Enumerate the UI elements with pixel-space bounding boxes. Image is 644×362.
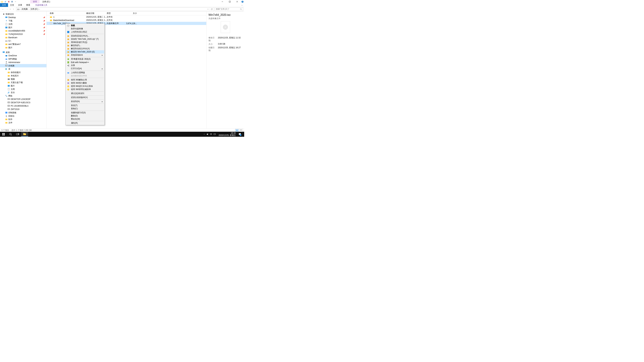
nav-videos[interactable]: 视频	[0, 77, 46, 81]
breadcrumb-bar[interactable]: › 此电脑 › 文档 (E:) ›	[16, 7, 214, 11]
nav-quick-access[interactable]: ★快速访问	[0, 12, 46, 16]
taskbar-explorer-button[interactable]	[21, 132, 28, 137]
nav-user[interactable]: Administrator	[0, 61, 46, 64]
start-button[interactable]	[0, 132, 7, 137]
menu-rename[interactable]: 重命名(M)	[66, 117, 104, 121]
nav-downloads[interactable]: 下载📌	[0, 19, 46, 22]
nav-desktop-root[interactable]: 桌面	[0, 51, 46, 54]
nav-network-pc1[interactable]: DESKTOP-LSSOEDP	[0, 97, 46, 101]
search-input[interactable]: 搜索"文档 (E:)"	[215, 7, 243, 11]
ribbon-tab-share[interactable]: 共享	[16, 3, 24, 7]
col-date[interactable]: 修改日期	[86, 12, 107, 15]
menu-360-trojan-scan[interactable]: 使用 360进行木马云查杀	[66, 85, 104, 88]
nav-wps[interactable]: WPS网盘	[0, 57, 46, 61]
nav-recycle-bin[interactable]: 回收站	[0, 114, 46, 118]
menu-properties[interactable]: 属性(R)	[66, 121, 104, 125]
ribbon-expand-button[interactable]	[240, 4, 244, 7]
menu-notepad-plus-plus[interactable]: Edit with Notepad++	[66, 61, 104, 64]
nav-folder-files[interactable]: 文件	[0, 121, 46, 124]
properties-icon[interactable]	[11, 0, 14, 3]
nav-libraries[interactable]: 库	[0, 67, 46, 71]
ribbon-tab-iso-tools[interactable]: 光盘映像工具	[33, 3, 49, 7]
nav-sky-downloads[interactable]: 天翼云盘下载	[0, 81, 46, 84]
nav-lib-pictures[interactable]: 图片	[0, 84, 46, 87]
nav-saved-pictures[interactable]: 保存的图片	[0, 71, 46, 74]
nav-history-button[interactable]	[9, 7, 12, 11]
nav-pictures[interactable]: 图片📌	[0, 26, 46, 29]
nav-network-pc4[interactable]: ZMT2019	[0, 108, 46, 111]
menu-extract-here[interactable]: 解压到当前文件夹(X)	[66, 47, 104, 50]
view-details-button[interactable]	[235, 129, 239, 132]
nav-folder-excel[interactable]: excel表格制作求和📌	[0, 29, 46, 32]
crumb-drive[interactable]: 文档 (E:)	[30, 8, 39, 10]
nav-up-button[interactable]: ↑	[12, 7, 16, 11]
nav-local-pictures[interactable]: 本机照片	[0, 74, 46, 77]
ime-indicator[interactable]: 中	[210, 133, 212, 136]
nav-folder-win7reinstall[interactable]: win7重装win7	[0, 42, 46, 46]
col-size[interactable]: 大小	[124, 12, 137, 15]
col-name[interactable]: 名称	[50, 12, 86, 15]
menu-cut[interactable]: 剪切(T)	[66, 104, 104, 107]
menu-send-to[interactable]: 发送到(N)▸	[66, 100, 104, 103]
menu-burn[interactable]: 刻录光盘映像	[66, 27, 104, 30]
menu-extract-to-folder[interactable]: 解压到 Win7x64_2020\ (E)	[66, 50, 104, 53]
nav-back-button[interactable]: ←	[1, 7, 5, 11]
chevron-right-icon[interactable]: ›	[28, 8, 30, 10]
view-icons-button[interactable]	[239, 129, 243, 132]
nav-documents[interactable]: 文档📌	[0, 22, 46, 26]
nav-drive-g[interactable]: G:\	[0, 39, 46, 42]
menu-copy[interactable]: 复制(C)	[66, 107, 104, 110]
nav-control-panel[interactable]: 控制面板	[0, 111, 46, 114]
nav-folder-software[interactable]: 软件	[0, 118, 46, 121]
file-row[interactable]: 1 2020/12/15, 星期二 1... 文件夹	[46, 15, 206, 18]
nav-folder-bandicam[interactable]: Bandicam	[0, 36, 46, 39]
menu-delete[interactable]: 删除(D)	[66, 114, 104, 117]
minimize-button[interactable]	[219, 0, 226, 3]
nav-lib-music[interactable]: 音乐	[0, 91, 46, 94]
nav-this-pc[interactable]: 此电脑	[0, 64, 46, 67]
nav-folder-pictures2[interactable]: 图片	[0, 46, 46, 49]
menu-create-shortcut[interactable]: 创建快捷方式(S)	[66, 111, 104, 114]
qat-dropdown-icon[interactable]	[14, 0, 17, 3]
menu-mount[interactable]: 装载	[66, 24, 104, 27]
nav-lib-documents[interactable]: 文档	[0, 87, 46, 91]
help-button[interactable]: ?	[241, 0, 244, 3]
address-dropdown-icon[interactable]	[206, 8, 210, 10]
ribbon-tab-home[interactable]: 主页	[8, 3, 16, 7]
nav-folder-yunqishi[interactable]: YUNQISHI2019📌	[0, 32, 46, 36]
nav-onedrive[interactable]: OneDrive	[0, 54, 46, 57]
nav-forward-button[interactable]: →	[5, 7, 9, 11]
task-view-button[interactable]	[14, 132, 21, 137]
menu-share[interactable]: 共享	[66, 64, 104, 67]
taskbar-clock[interactable]: 16:32 2020/12/25, 星期五	[217, 132, 237, 136]
menu-360-unlock[interactable]: 使用 360解除占用	[66, 78, 104, 81]
nav-network-pc2[interactable]: DESKTOP-NJEU3CG	[0, 101, 46, 104]
action-center-icon[interactable]: 3	[238, 133, 241, 136]
menu-add-archive[interactable]: 添加到压缩文件(A)...	[66, 34, 104, 37]
menu-qq-send[interactable]: 通过QQ发送到	[66, 92, 104, 95]
close-red-icon[interactable]	[8, 0, 10, 3]
ribbon-tab-file[interactable]: 文件	[0, 3, 8, 7]
menu-restore-versions[interactable]: 还原以前的版本(V)	[66, 96, 104, 99]
ribbon-tab-view[interactable]: 查看	[24, 3, 32, 7]
chevron-right-icon[interactable]: ›	[39, 8, 40, 10]
checkmark-icon[interactable]	[4, 0, 7, 3]
contextual-tab-manage[interactable]: 管理	[30, 0, 40, 3]
maximize-button[interactable]	[226, 0, 234, 3]
crumb-thispc[interactable]: 此电脑	[21, 8, 28, 10]
tray-expand-icon[interactable]	[204, 133, 205, 135]
menu-extract[interactable]: 解压到(F)...	[66, 44, 104, 47]
close-button[interactable]	[234, 0, 241, 3]
taskbar-search-button[interactable]	[7, 132, 14, 137]
menu-bee-browser[interactable]: 用 蜂蜜浏览器 浏览(3)	[66, 57, 104, 61]
file-row[interactable]: BaiduNetdiskDownload 2020/12/25, 星期五 1..…	[46, 18, 206, 22]
menu-360-force-delete[interactable]: 使用 360强力删除	[66, 81, 104, 85]
menu-add-zip[interactable]: 添加到 "Win7x64_2020.zip" (T)	[66, 37, 104, 41]
nav-network-pc3[interactable]: PC-20190530OBLA	[0, 104, 46, 108]
refresh-button[interactable]	[210, 8, 214, 10]
menu-360-context-manage[interactable]: 使用 360管理右键菜单	[66, 88, 104, 91]
menu-youdao[interactable]: 上传到有道云笔记	[66, 30, 104, 33]
volume-icon[interactable]	[206, 133, 209, 135]
nav-desktop[interactable]: Desktop📌	[0, 16, 46, 19]
col-type[interactable]: 类型	[107, 12, 124, 15]
